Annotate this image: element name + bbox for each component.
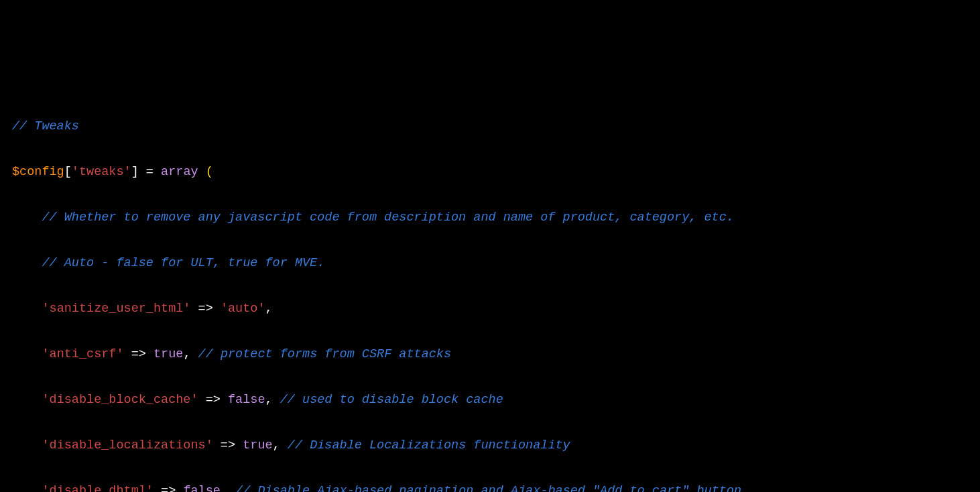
code-line: 'disable_localizations' => true, // Disa…: [12, 434, 980, 457]
code-line: // Tweaks: [12, 115, 980, 138]
code-line: 'sanitize_user_html' => 'auto',: [12, 298, 980, 320]
code-line: // Whether to remove any javascript code…: [12, 206, 980, 229]
code-line: $config['tweaks'] = array (: [12, 161, 980, 184]
code-line: 'anti_csrf' => true, // protect forms fr…: [12, 343, 980, 366]
code-line: // Auto - false for ULT, true for MVE.: [12, 252, 980, 275]
variable: $config: [12, 165, 64, 179]
code-line: 'disable_dhtml' => false, // Disable Aja…: [12, 480, 980, 492]
comment-text: // Tweaks: [12, 119, 79, 133]
code-editor[interactable]: // Tweaks $config['tweaks'] = array ( //…: [12, 93, 980, 492]
code-line: 'disable_block_cache' => false, // used …: [12, 389, 980, 412]
